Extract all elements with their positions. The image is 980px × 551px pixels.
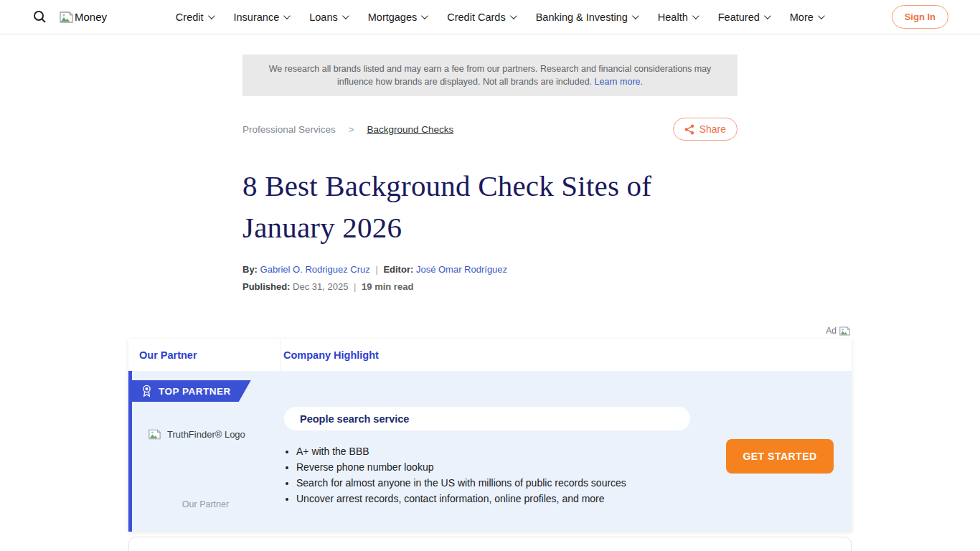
publine-separator: | xyxy=(351,281,359,292)
main-nav: Credit Insurance Loans Mortgages Credit … xyxy=(107,11,892,23)
byline: By: Gabriel O. Rodriguez Cruz | Editor: … xyxy=(242,264,738,275)
ad-label-row: Ad xyxy=(128,325,852,336)
learn-more-link[interactable]: Learn more. xyxy=(595,77,643,87)
top-partner-badge-label: TOP PARTNER xyxy=(159,386,231,397)
share-button[interactable]: Share xyxy=(673,118,738,141)
partner-card-header: Our Partner Company Highlight xyxy=(128,339,852,371)
highlight-bullet: Search for almost anyone in the US with … xyxy=(296,478,727,489)
search-icon xyxy=(33,10,47,24)
brand-logo-alt-text: Money xyxy=(75,11,107,23)
top-partner-card: Our Partner Company Highlight TOP PARTNE… xyxy=(128,339,852,532)
nav-item-loans[interactable]: Loans xyxy=(309,11,347,23)
published-line: Published: Dec 31, 2025 | 19 min read xyxy=(242,281,738,292)
chevron-down-icon xyxy=(632,12,639,19)
breadcrumb-current-link[interactable]: Background Checks xyxy=(367,124,453,135)
medal-icon xyxy=(141,385,152,397)
company-highlight-pill: People search service xyxy=(284,407,690,430)
nav-item-credit[interactable]: Credit xyxy=(176,11,213,23)
breadcrumb-separator: > xyxy=(349,124,354,135)
nav-item-health[interactable]: Health xyxy=(658,11,697,23)
highlight-bullet: A+ with the BBB xyxy=(296,446,727,457)
nav-item-mortgages[interactable]: Mortgages xyxy=(368,11,427,23)
nav-item-featured[interactable]: Featured xyxy=(718,11,769,23)
nav-item-banking-investing[interactable]: Banking & Investing xyxy=(536,11,637,23)
highlight-bullet: Uncover arrest records, contact informat… xyxy=(296,494,727,504)
editor-label: Editor: xyxy=(383,264,413,275)
chevron-down-icon xyxy=(510,12,517,19)
our-partner-column-header: Our Partner xyxy=(128,339,281,371)
share-icon xyxy=(684,124,694,135)
editor-link[interactable]: José Omar Rodríguez xyxy=(416,264,507,275)
top-navigation-bar: Money Credit Insurance Loans Mortgages C… xyxy=(0,0,980,34)
search-button[interactable] xyxy=(33,10,47,24)
read-time: 19 min read xyxy=(362,281,413,292)
highlight-bullet: Reverse phone number lookup xyxy=(296,462,727,473)
broken-image-icon xyxy=(149,429,161,440)
highlight-bullet-list: A+ with the BBB Reverse phone number loo… xyxy=(296,446,727,509)
sign-in-button[interactable]: Sign In xyxy=(892,5,948,29)
nav-item-credit-cards[interactable]: Credit Cards xyxy=(447,11,514,23)
top-partner-badge: TOP PARTNER xyxy=(132,380,251,402)
brand-logo[interactable]: Money xyxy=(60,11,107,23)
chevron-down-icon xyxy=(764,12,771,19)
disclosure-text: We research all brands listed and may ea… xyxy=(269,64,712,87)
breadcrumb-row: Professional Services > Background Check… xyxy=(242,118,738,141)
by-label: By: xyxy=(242,264,258,275)
byline-separator: | xyxy=(372,264,380,275)
chevron-down-icon xyxy=(342,12,349,19)
partner-logo-alt-text: TruthFinder® Logo xyxy=(167,429,245,440)
chevron-down-icon xyxy=(207,12,215,19)
published-label: Published: xyxy=(242,281,290,292)
partner-logo[interactable]: TruthFinder® Logo xyxy=(149,429,245,440)
published-date: Dec 31, 2025 xyxy=(293,281,348,292)
chevron-down-icon xyxy=(692,12,699,19)
get-started-button[interactable]: GET STARTED xyxy=(726,439,834,474)
breadcrumb: Professional Services > Background Check… xyxy=(242,124,453,135)
chevron-down-icon xyxy=(421,12,428,19)
next-partner-row-partial xyxy=(128,537,852,551)
author-link[interactable]: Gabriel O. Rodriguez Cruz xyxy=(260,264,370,275)
breadcrumb-parent-link[interactable]: Professional Services xyxy=(242,124,336,135)
partner-card-body: TOP PARTNER TruthFinder® Logo Our Partne… xyxy=(128,371,852,532)
page-title: 8 Best Background Check Sites of January… xyxy=(242,165,738,248)
broken-image-icon xyxy=(60,11,73,23)
nav-item-insurance[interactable]: Insurance xyxy=(234,11,289,23)
broken-image-icon xyxy=(839,326,850,336)
company-highlight-column-header: Company Highlight xyxy=(281,349,379,362)
chevron-down-icon xyxy=(818,12,825,19)
ad-unit: Ad Our Partner Company Highlight TOP PAR… xyxy=(128,325,852,551)
ad-label: Ad xyxy=(826,326,837,336)
advertiser-disclosure: We research all brands listed and may ea… xyxy=(242,55,738,96)
our-partner-caption: Our Partner xyxy=(132,499,279,509)
chevron-down-icon xyxy=(283,12,291,19)
share-label: Share xyxy=(699,123,726,135)
nav-item-more[interactable]: More xyxy=(790,11,823,23)
